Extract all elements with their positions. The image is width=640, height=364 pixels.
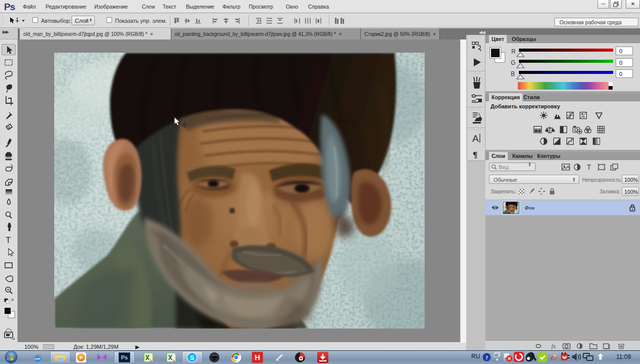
svg-text:S: S [190,354,195,361]
svg-text:A: A [472,133,479,144]
svg-text:T: T [6,235,11,245]
svg-text:fx: fx [551,343,556,349]
svg-text:?: ? [485,354,488,360]
svg-text:T: T [587,163,591,171]
svg-text:¶: ¶ [473,150,477,159]
